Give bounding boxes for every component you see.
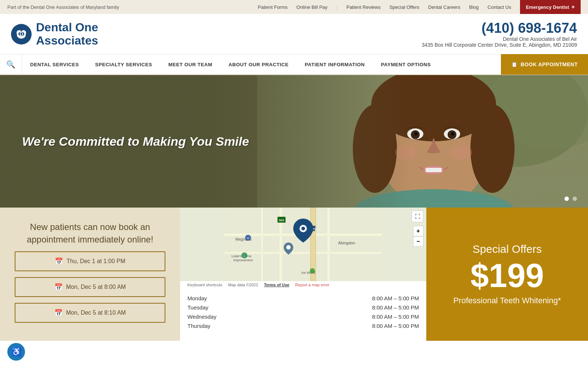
map-background: 95 95 924 Abingdon Wegmans Lowe's Home I… [180,208,426,281]
map-area: 95 95 924 Abingdon Wegmans Lowe's Home I… [180,208,426,281]
svg-text:L: L [244,255,245,257]
appointment-slot-1[interactable]: 📅 Thu, Dec 1 at 1:00 PM [15,251,165,271]
nav-patient-information[interactable]: PATIENT INFORMATION [297,54,373,75]
search-button[interactable]: 🔍 [0,54,22,75]
svg-text:Lowe's Home: Lowe's Home [232,254,251,258]
zoom-in-button[interactable]: + [413,226,423,236]
hours-row-wednesday: Wednesday 8:00 AM – 5:00 PM [187,312,419,321]
logo-text: Dental One Associates [36,21,98,47]
nav-blog[interactable]: Blog [469,4,479,10]
map-footer-keyboard[interactable]: Keyboard shortcuts [187,283,222,287]
map-footer: Keyboard shortcuts Map data ©2022 Terms … [180,281,426,289]
nav-specialty-services[interactable]: SPECIALTY SERVICES [87,54,160,75]
hero-dot-1[interactable] [564,197,569,201]
main-nav: 🔍 DENTAL SERVICES SPECIALTY SERVICES MEE… [0,54,588,75]
svg-rect-26 [224,252,382,254]
emergency-dentist-button[interactable]: Emergency Dentist + [520,0,581,14]
hero-pagination [564,197,577,201]
top-bar: Part of the Dental One Associates of Mar… [0,0,588,14]
book-appointment-button[interactable]: 📋 BOOK APPOINTMENT [501,54,588,75]
svg-rect-29 [261,208,263,281]
map-expand-button[interactable]: ⛶ [412,210,423,222]
special-offers-panel: Special Offers $199 Professional Teeth W… [426,208,588,341]
logo[interactable]: D Dental One Associates [11,21,98,47]
svg-text:W: W [247,237,250,240]
bottom-section: New patients can now book an appointment… [0,208,588,341]
nav-patient-forms[interactable]: Patient Forms [258,4,288,10]
hero-dot-2[interactable] [573,197,577,201]
calendar-icon: 📋 [511,61,518,67]
top-bar-tagline: Part of the Dental One Associates of Mar… [7,4,119,10]
svg-text:Improvement: Improvement [233,258,253,262]
offers-price: $199 [470,259,544,292]
svg-text:D: D [19,31,23,37]
hours-area: Monday 8:00 AM – 5:00 PM Tuesday 8:00 AM… [180,289,426,341]
offers-title: Special Offers [473,243,542,255]
nav-special-offers[interactable]: Special Offers [390,4,419,10]
nav-dental-careers[interactable]: Dental Careers [428,4,460,10]
appointment-title: New patients can now book an appointment… [15,221,165,245]
svg-text:924: 924 [279,219,284,222]
map-footer-mapdata: Map data ©2022 [228,283,258,287]
hero-section: We're Committed to Making You Smile [0,75,588,208]
tooth-icon: D [15,28,28,41]
offers-subtitle: Professional Teeth Whitening* [453,296,561,305]
address-line2: 3435 Box Hill Corporate Center Drive, Su… [422,42,577,48]
nav-payment-options[interactable]: PAYMENT OPTIONS [373,54,439,75]
expand-icon: ⛶ [415,213,420,219]
nav-dental-services[interactable]: DENTAL SERVICES [22,54,87,75]
search-icon: 🔍 [6,60,15,69]
logo-icon: D [11,24,32,45]
phone-number[interactable]: (410) 698-1674 [422,20,577,36]
nav-online-bill-pay[interactable]: Online Bill Pay [297,4,328,10]
svg-point-48 [301,227,305,230]
appointment-slot-2[interactable]: 📅 Mon, Dec 5 at 8:00 AM [15,277,165,297]
calendar-icon-2: 📅 [54,283,62,291]
zoom-out-button[interactable]: − [413,236,423,247]
nav-meet-our-team[interactable]: MEET OUR TEAM [160,54,220,75]
nav-patient-reviews[interactable]: Patient Reviews [346,4,380,10]
header: D Dental One Associates (410) 698-1674 D… [0,14,588,54]
svg-text:Abingdon: Abingdon [338,241,355,245]
map-footer-report[interactable]: Report a map error [295,283,329,287]
map-footer-terms[interactable]: Terms of Use [264,283,289,287]
address-line1: Dental One Associates of Bel Air [422,36,577,42]
hours-row-monday: Monday 8:00 AM – 5:00 PM [187,294,419,303]
hero-tagline: We're Committed to Making You Smile [22,134,249,149]
hours-row-tuesday: Tuesday 8:00 AM – 5:00 PM [187,303,419,312]
hero-content: We're Committed to Making You Smile [0,134,249,149]
map-zoom-controls: + − [413,226,423,247]
nav-about-our-practice[interactable]: ABOUT OUR PRACTICE [220,54,297,75]
hours-row-thursday: Thursday 8:00 AM – 5:00 PM [187,321,419,330]
map-svg: 95 95 924 Abingdon Wegmans Lowe's Home I… [180,208,426,281]
svg-point-45 [310,268,315,273]
top-bar-links: Patient Forms Online Bill Pay | Patient … [258,0,581,14]
appointment-slot-3[interactable]: 📅 Mon, Dec 5 at 8:10 AM [15,303,165,323]
calendar-icon-3: 📅 [54,309,62,317]
svg-rect-28 [327,208,330,281]
svg-point-49 [286,245,291,250]
map-panel: 95 95 924 Abingdon Wegmans Lowe's Home I… [180,208,426,341]
nav-items: DENTAL SERVICES SPECIALTY SERVICES MEET … [22,54,501,74]
header-contact: (410) 698-1674 Dental One Associates of … [422,20,577,48]
appointment-panel: New patients can now book an appointment… [0,208,180,341]
nav-contact-us[interactable]: Contact Us [488,4,511,10]
calendar-icon-1: 📅 [55,257,63,265]
